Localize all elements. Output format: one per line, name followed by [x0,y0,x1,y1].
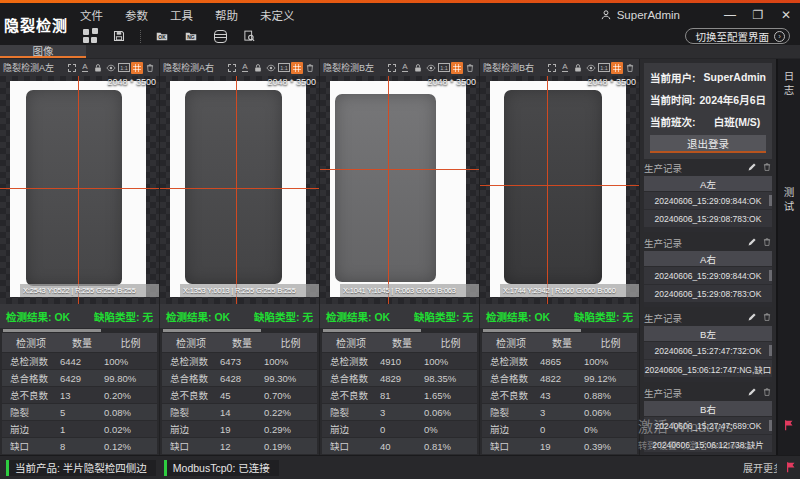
inspection-panel: 隐裂检测B左 2048 * 3500 X:1041 Y:1045 | R:063… [320,59,480,455]
image-canvas [330,81,466,297]
stat-name: 总不良数 [2,388,60,402]
trash-icon[interactable] [762,387,772,399]
one-to-one-zoom-icon[interactable] [598,62,610,74]
record-entry[interactable]: 20240606_15:06:12:747:NG,缺口 [644,360,772,377]
image-viewport[interactable]: 2048 * 3500 X:1041 Y:1045 | R:063 G:063 … [320,76,479,304]
menu-file[interactable]: 文件 [80,7,103,23]
annotation-icon[interactable] [79,62,91,74]
stat-ratio: 0.12% [104,441,157,452]
grid-view-icon[interactable] [131,62,143,74]
trash-icon[interactable] [762,312,772,324]
horizontal-scrollbar[interactable] [160,328,319,333]
time-label: 当前时间: [650,92,699,107]
pencil-icon[interactable] [747,312,757,324]
grid-view-icon[interactable] [451,62,463,74]
pencil-icon[interactable] [747,237,757,249]
one-to-one-zoom-icon[interactable] [438,62,450,74]
trash-icon[interactable] [144,62,156,74]
lock-icon[interactable] [92,62,104,74]
lock-icon[interactable] [412,62,424,74]
image-viewport[interactable]: 2048 * 3500 X:1353 Y:0013 | R:255 G:255 … [160,76,319,304]
one-to-one-zoom-icon[interactable] [278,62,290,74]
tab-image[interactable]: 图像 [0,45,86,58]
horizontal-scrollbar[interactable] [480,328,639,333]
stat-count: 19 [540,441,584,452]
folder-ng-icon[interactable]: NG [183,29,199,44]
stat-count: 40 [380,441,424,452]
trash-icon[interactable] [464,62,476,74]
annotation-icon[interactable] [239,62,251,74]
record-entry[interactable]: 20240606_15:06:12:738:缺片 [644,435,772,452]
trash-icon[interactable] [762,162,772,174]
menu-params[interactable]: 参数 [125,7,148,23]
pencil-icon[interactable] [747,387,757,399]
eye-icon[interactable] [425,62,437,74]
grid-view-icon[interactable] [291,62,303,74]
eye-icon[interactable] [585,62,597,74]
logout-button[interactable]: 退出登录 [650,135,766,153]
close-button[interactable]: ✕ [772,3,800,27]
stat-row: 隐裂50.08% [2,404,157,420]
switch-to-config-button[interactable]: 切换至配置界面 › [685,28,791,44]
trash-icon[interactable] [624,62,636,74]
roi-select-icon[interactable] [546,62,558,74]
pencil-icon[interactable] [747,162,757,174]
menu-undefined[interactable]: 未定义 [260,7,295,23]
save-icon[interactable] [111,29,127,44]
image-viewport[interactable]: 2048 * 3500 X:2543 Y:0522 | R:255 G:255 … [0,76,159,304]
flag-icon[interactable] [785,459,797,477]
tab-test[interactable]: 测试 [782,187,797,214]
eye-icon[interactable] [265,62,277,74]
result-label: 检测结果: [326,311,372,323]
trash-icon[interactable] [762,237,772,249]
roi-select-icon[interactable] [66,62,78,74]
maximize-button[interactable]: ❐ [744,3,772,27]
main-area: 隐裂检测A左 2048 * 3500 X:2543 Y:0522 | R:255… [0,59,800,455]
folder-ok-icon[interactable]: OK [154,29,170,44]
eye-icon[interactable] [105,62,117,74]
side-tab-strip: 日志 测试 [778,59,800,455]
record-entry[interactable]: 20240606_15:29:09:844:OK [644,267,772,284]
stat-name: 总不良数 [322,388,380,402]
annotation-icon[interactable] [559,62,571,74]
annotation-icon[interactable] [399,62,411,74]
expand-more[interactable]: 展开更多 [743,460,777,475]
record-entry[interactable]: 20240606_15:29:08:783:OK [644,285,772,302]
stack-icon[interactable] [212,29,228,44]
roi-select-icon[interactable] [226,62,238,74]
image-viewport[interactable]: 2048 * 3500 X:1744 Y:2942 | R:060 G:060 … [480,76,639,304]
horizontal-scrollbar[interactable] [320,328,479,333]
header-ratio: 比例 [424,335,477,350]
layout-grid-icon[interactable] [82,29,98,44]
grid-view-icon[interactable] [611,62,623,74]
record-entry[interactable]: 20240606_15:27:47:689:OK [644,417,772,434]
current-user[interactable]: SuperAdmin [600,9,680,21]
lock-icon[interactable] [572,62,584,74]
doc-search-icon[interactable] [241,29,257,44]
flag-icon[interactable] [783,417,795,435]
crosshair-horizontal [0,188,159,189]
one-to-one-zoom-icon[interactable] [118,62,130,74]
defect-pair: 缺陷类型: 无 [254,309,313,324]
record-entry[interactable]: 20240606_15:27:47:732:OK [644,342,772,359]
result-value: OK [374,311,390,323]
horizontal-scrollbar[interactable] [0,328,159,333]
record-entry[interactable]: 20240606_15:29:09:844:OK [644,192,772,209]
record-entry[interactable]: 20240606_15:29:08:783:OK [644,210,772,227]
roi-select-icon[interactable] [386,62,398,74]
defect-pair: 缺陷类型: 无 [574,309,633,324]
trash-icon[interactable] [304,62,316,74]
image-canvas [170,81,306,297]
minimize-button[interactable]: — [716,3,744,27]
menu-help[interactable]: 帮助 [215,7,238,23]
tab-log[interactable]: 日志 [782,71,797,98]
lock-icon[interactable] [252,62,264,74]
stat-name: 隐裂 [2,405,60,419]
stat-row: 缺口190.39% [482,438,637,454]
stat-ratio: 0.29% [264,424,317,435]
cursor-pixel-info: X:2543 Y:0522 | R:255 G:255 B:255 [20,284,159,297]
crosshair-horizontal [480,185,639,186]
stat-count: 19 [220,424,264,435]
menu-tools[interactable]: 工具 [170,7,193,23]
inspection-panel: 隐裂检测A左 2048 * 3500 X:2543 Y:0522 | R:255… [0,59,160,455]
